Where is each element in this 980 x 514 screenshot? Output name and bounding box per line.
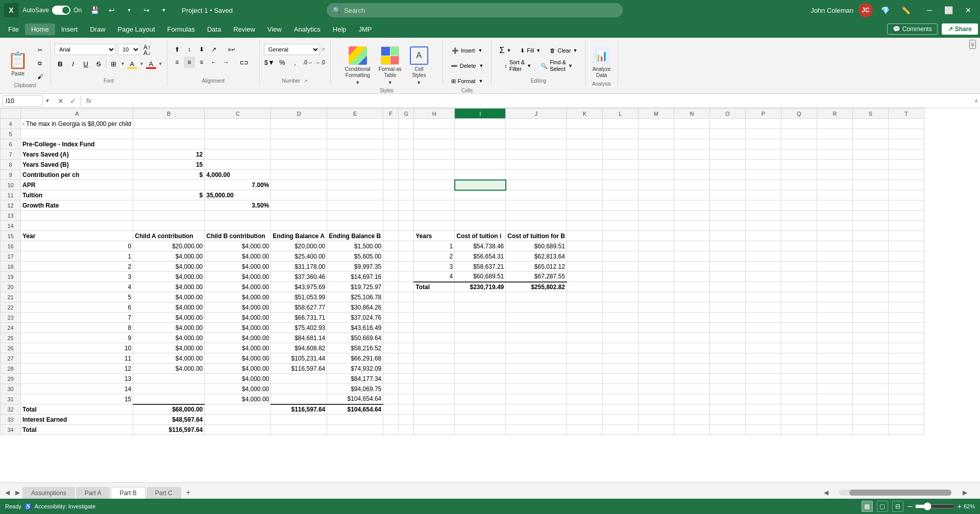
- cell-B22[interactable]: $4,000.00: [133, 302, 205, 313]
- cell-P29[interactable]: [745, 374, 781, 384]
- cell-I16[interactable]: $54,738.46: [455, 241, 506, 251]
- cell-T33[interactable]: [888, 415, 924, 425]
- cell-T7[interactable]: [888, 149, 924, 160]
- cell-F27[interactable]: [383, 353, 399, 364]
- cell-O19[interactable]: [709, 272, 745, 282]
- cell-G20[interactable]: [399, 282, 414, 292]
- cell-P33[interactable]: [745, 415, 781, 425]
- tab-part-b[interactable]: Part B: [111, 487, 145, 499]
- cell-R24[interactable]: [817, 323, 852, 333]
- analyze-data-button[interactable]: 📊 AnalyzeData: [590, 44, 614, 81]
- cell-S29[interactable]: [852, 374, 888, 384]
- zoom-out-button[interactable]: ─: [908, 502, 913, 510]
- cell-A33[interactable]: Interest Earned: [21, 415, 133, 425]
- paste-button[interactable]: 📋 Paste: [4, 48, 32, 79]
- cell-K30[interactable]: [567, 384, 602, 394]
- cell-H26[interactable]: [414, 343, 455, 353]
- row-header-10[interactable]: 10: [1, 180, 21, 190]
- cell-C23[interactable]: $4,000.00: [205, 313, 271, 323]
- cell-F25[interactable]: [383, 333, 399, 343]
- cell-C15[interactable]: Child B contribution: [205, 231, 271, 241]
- cell-styles-button[interactable]: A CellStyles ▼: [407, 44, 431, 88]
- cell-F4[interactable]: [383, 119, 399, 129]
- cell-G25[interactable]: [399, 333, 414, 343]
- formula-expand-icon[interactable]: ∧: [974, 98, 978, 104]
- cell-J30[interactable]: [506, 384, 567, 394]
- cell-P25[interactable]: [745, 333, 781, 343]
- cell-C18[interactable]: $4,000.00: [205, 262, 271, 272]
- cell-Q13[interactable]: [781, 211, 817, 221]
- delete-button[interactable]: ➖ Delete ▼: [447, 59, 487, 72]
- cell-P27[interactable]: [745, 353, 781, 364]
- cell-P11[interactable]: [745, 190, 781, 200]
- cell-N5[interactable]: [674, 129, 709, 139]
- cell-T24[interactable]: [888, 323, 924, 333]
- cell-J7[interactable]: [506, 149, 567, 160]
- cell-J18[interactable]: $65,012.12: [506, 262, 567, 272]
- menu-review[interactable]: Review: [227, 23, 261, 35]
- cell-G27[interactable]: [399, 353, 414, 364]
- cell-H17[interactable]: 2: [414, 251, 455, 262]
- cell-L29[interactable]: [602, 374, 638, 384]
- col-header-J[interactable]: J: [506, 109, 567, 119]
- cell-O28[interactable]: [709, 364, 745, 374]
- cell-L18[interactable]: [602, 262, 638, 272]
- cell-P24[interactable]: [745, 323, 781, 333]
- cell-O9[interactable]: [709, 170, 745, 180]
- cell-M31[interactable]: [638, 394, 674, 404]
- grid-container[interactable]: A B C D E F G H I J K L M N O P Q: [0, 108, 980, 482]
- cell-T14[interactable]: [888, 221, 924, 231]
- cell-H5[interactable]: [414, 129, 455, 139]
- cell-R11[interactable]: [817, 190, 852, 200]
- cell-G9[interactable]: [399, 170, 414, 180]
- cell-D23[interactable]: $66,731.71: [271, 313, 327, 323]
- cell-J19[interactable]: $67,287.55: [506, 272, 567, 282]
- cell-D4[interactable]: [271, 119, 327, 129]
- cell-T5[interactable]: [888, 129, 924, 139]
- cell-T23[interactable]: [888, 313, 924, 323]
- cell-P10[interactable]: [745, 180, 781, 190]
- cell-O30[interactable]: [709, 384, 745, 394]
- row-header-26[interactable]: 26: [1, 343, 21, 353]
- cell-C28[interactable]: $4,000.00: [205, 364, 271, 374]
- cell-T30[interactable]: [888, 384, 924, 394]
- cell-T20[interactable]: [888, 282, 924, 292]
- cell-C34[interactable]: [205, 425, 271, 435]
- undo-button[interactable]: ↩: [104, 3, 119, 17]
- cell-T9[interactable]: [888, 170, 924, 180]
- cell-O31[interactable]: [709, 394, 745, 404]
- cell-N33[interactable]: [674, 415, 709, 425]
- cell-K33[interactable]: [567, 415, 602, 425]
- cell-I23[interactable]: [455, 313, 506, 323]
- cell-Q26[interactable]: [781, 343, 817, 353]
- tab-scroll-left[interactable]: ◀: [2, 486, 12, 499]
- cell-J20[interactable]: $255,802.82: [506, 282, 567, 292]
- row-header-22[interactable]: 22: [1, 302, 21, 313]
- col-header-K[interactable]: K: [567, 109, 602, 119]
- cell-S18[interactable]: [852, 262, 888, 272]
- format-as-table-button[interactable]: Format asTable ▼: [376, 44, 404, 88]
- cell-I13[interactable]: [455, 211, 506, 221]
- cell-B5[interactable]: [133, 129, 205, 139]
- cell-Q33[interactable]: [781, 415, 817, 425]
- col-header-H[interactable]: H: [414, 109, 455, 119]
- cell-F6[interactable]: [383, 139, 399, 149]
- cell-K21[interactable]: [567, 292, 602, 302]
- cell-T27[interactable]: [888, 353, 924, 364]
- cell-S8[interactable]: [852, 160, 888, 170]
- cell-D5[interactable]: [271, 129, 327, 139]
- diamond-icon[interactable]: 💎: [878, 3, 893, 17]
- cell-G22[interactable]: [399, 302, 414, 313]
- cell-O23[interactable]: [709, 313, 745, 323]
- cell-A17[interactable]: 1: [21, 251, 133, 262]
- cell-L31[interactable]: [602, 394, 638, 404]
- cell-Q4[interactable]: [781, 119, 817, 129]
- cell-J21[interactable]: [506, 292, 567, 302]
- cell-R15[interactable]: [817, 231, 852, 241]
- cell-G32[interactable]: [399, 404, 414, 415]
- cell-K29[interactable]: [567, 374, 602, 384]
- cell-M15[interactable]: [638, 231, 674, 241]
- cell-D24[interactable]: $75,402.93: [271, 323, 327, 333]
- cell-E4[interactable]: [327, 119, 383, 129]
- cell-B25[interactable]: $4,000.00: [133, 333, 205, 343]
